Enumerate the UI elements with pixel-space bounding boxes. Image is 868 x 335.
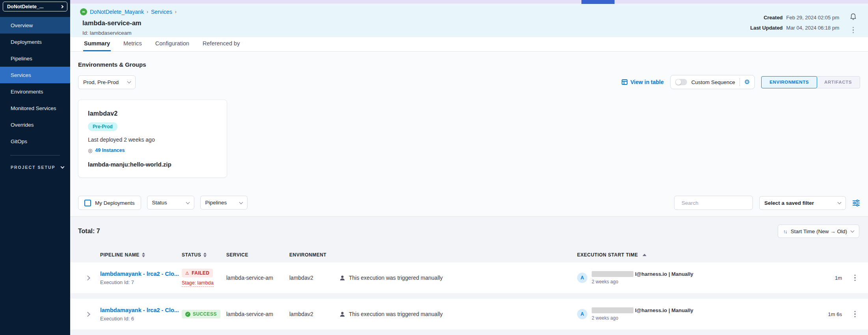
pipeline-link[interactable]: lambdamayank - lrca2 - Clo...	[100, 307, 182, 313]
user-avatar[interactable]: A	[577, 309, 587, 319]
check-icon: ✓	[185, 312, 190, 317]
environment-cell: lambdav2	[289, 311, 339, 317]
sort-order-select[interactable]: ↑↓ Start Time (New → Old)	[778, 225, 859, 238]
breadcrumb-separator: ›	[175, 9, 177, 15]
col-execution-start-time: EXECUTION START TIME	[577, 252, 810, 258]
sidebar-item-deployments[interactable]: Deployments	[0, 34, 70, 50]
tab-summary[interactable]: Summary	[83, 37, 111, 51]
notification-bell-icon[interactable]	[849, 13, 857, 21]
service-header: ∞ DoNotDelete_Mayank › Services › lambda…	[70, 4, 868, 37]
segment-artifacts[interactable]: ARTIFACTS	[816, 76, 860, 88]
view-in-table-button[interactable]: View in table	[622, 79, 664, 85]
sidebar-item-services[interactable]: Services	[0, 67, 70, 83]
chevron-down-icon	[60, 165, 64, 168]
search-box	[674, 196, 753, 210]
tab-metrics[interactable]: Metrics	[123, 37, 143, 51]
sidebar-item-pipelines[interactable]: Pipelines	[0, 50, 70, 67]
artifact-name: lambda-manju:hello-world.zip	[88, 161, 217, 168]
table-body: lambdamayank - lrca2 - Clo... Execution …	[70, 262, 868, 329]
redacted-username	[592, 271, 633, 277]
service-header-left: ∞ DoNotDelete_Mayank › Services › lambda…	[80, 8, 177, 37]
chevron-down-icon	[186, 200, 190, 204]
pipeline-link[interactable]: lambdamayank - lrca2 - Clo...	[100, 271, 182, 277]
page-title: lambda-service-am	[82, 19, 177, 27]
sort-icon[interactable]	[142, 253, 145, 257]
sidebar-item-overview[interactable]: Overview	[0, 17, 70, 34]
environment-type-badge: Pre-Prod	[88, 122, 117, 131]
environments-section: Environments & Groups Prod, Pre-Prod	[70, 52, 868, 210]
chevron-down-icon	[239, 200, 243, 204]
chevron-down-icon	[851, 229, 855, 233]
segment-environments[interactable]: ENVIRONMENTS	[761, 76, 817, 88]
chevron-down-icon	[838, 200, 842, 204]
row-kebab-menu[interactable]	[853, 310, 857, 319]
warning-icon: ⚠	[185, 271, 189, 275]
environment-name: lambdav2	[88, 110, 217, 117]
tab-referenced-by[interactable]: Referenced by	[202, 37, 240, 51]
instances-icon: ◎	[88, 148, 92, 153]
project-selector[interactable]: DoNotDelete_...	[3, 2, 67, 11]
col-pipeline-name: PIPELINE NAME	[100, 252, 182, 258]
custom-sequence-toggle[interactable]	[675, 79, 687, 85]
header-icons	[849, 12, 857, 37]
sidebar-item-monitored-services[interactable]: Monitored Services	[0, 100, 70, 116]
execution-id: Execution Id: 6	[100, 316, 182, 322]
environment-cell: lambdav2	[289, 275, 339, 281]
sort-icon[interactable]	[203, 253, 207, 257]
environment-type-select[interactable]: Prod, Pre-Prod	[78, 75, 136, 89]
service-header-right: Created Feb 29, 2024 02:05 pm Last Updat…	[750, 8, 857, 37]
status-badge-success: ✓ SUCCESS	[182, 310, 220, 318]
user-avatar[interactable]: A	[577, 273, 587, 283]
my-deployments-filter[interactable]: My Deployments	[78, 196, 141, 210]
last-updated-label: Last Updated	[750, 25, 782, 31]
status-filter-select[interactable]: Status	[147, 196, 194, 210]
breadcrumb-services-link[interactable]: Services	[151, 9, 172, 15]
triggered-by: l@harness.io | Manually	[592, 307, 693, 313]
last-updated-value: Mar 04, 2024 06:18 pm	[786, 25, 839, 31]
instances-link[interactable]: 49 Instances	[95, 148, 125, 153]
col-environment: ENVIRONMENT	[289, 252, 339, 258]
status-badge-failed: ⚠ FAILED	[182, 269, 213, 277]
chevron-down-icon	[127, 80, 131, 84]
row-kebab-menu[interactable]	[853, 273, 857, 283]
sort-asc-icon[interactable]	[643, 254, 646, 256]
execution-start-cell: A l@harness.io | Manually 2 weeks ago	[577, 307, 810, 321]
saved-filter-select[interactable]: Select a saved filter	[759, 196, 846, 210]
person-icon	[339, 311, 345, 317]
row-expander-icon[interactable]	[85, 275, 90, 281]
sidebar: DoNotDelete_... Overview Deployments Pip…	[0, 0, 70, 335]
col-status: STATUS	[182, 252, 226, 258]
breadcrumb-separator: ›	[147, 9, 148, 15]
my-deployments-checkbox[interactable]	[84, 200, 91, 206]
deployments-section: Total: 7 ↑↓ Start Time (New → Old) PIPEL…	[70, 216, 868, 335]
breadcrumb: ∞ DoNotDelete_Mayank › Services ›	[80, 8, 177, 15]
table-icon	[622, 79, 628, 85]
failed-stage-link[interactable]: Stage: lambda	[182, 280, 214, 287]
gear-icon[interactable]: ⚙	[744, 79, 750, 85]
deployments-filter-row: My Deployments Status Pipelines	[78, 196, 860, 210]
filter-settings-icon[interactable]	[852, 200, 860, 206]
search-input[interactable]	[682, 200, 751, 206]
service-cell: lambda-service-am	[226, 275, 289, 281]
pipelines-filter-select[interactable]: Pipelines	[200, 196, 248, 210]
execution-row[interactable]: lambdamayank - lrca2 - Clo... Execution …	[70, 262, 868, 293]
header-kebab-menu[interactable]	[851, 26, 855, 35]
total-count: Total: 7	[78, 228, 100, 235]
tab-configuration[interactable]: Configuration	[155, 37, 190, 51]
sidebar-item-gitops[interactable]: GitOps	[0, 133, 70, 150]
instances-row: ◎ 49 Instances	[88, 148, 217, 153]
sidebar-item-overrides[interactable]: Overrides	[0, 116, 70, 133]
breadcrumb-project-link[interactable]: DoNotDelete_Mayank	[90, 9, 144, 15]
execution-id: Execution Id: 7	[100, 279, 182, 285]
environment-card[interactable]: lambdav2 Pre-Prod Last deployed 2 weeks …	[78, 99, 227, 178]
row-expander-icon[interactable]	[85, 312, 90, 317]
duration: 1m 6s	[810, 311, 842, 317]
table-header-row: PIPELINE NAME STATUS SERVICE ENVIRONMENT…	[70, 252, 868, 258]
sidebar-item-environments[interactable]: Environments	[0, 83, 70, 100]
custom-sequence-control: Custom Sequence ⚙	[670, 75, 755, 89]
execution-row[interactable]: lambdamayank - lrca2 - Clo... Execution …	[70, 299, 868, 329]
sidebar-project-setup[interactable]: PROJECT SETUP	[0, 159, 70, 175]
triggered-by: l@harness.io | Manually	[592, 271, 693, 277]
service-id: Id: lambdaserviceam	[82, 30, 177, 36]
environments-controls-right: View in table Custom Sequence ⚙ ENVIRONM…	[622, 75, 860, 89]
